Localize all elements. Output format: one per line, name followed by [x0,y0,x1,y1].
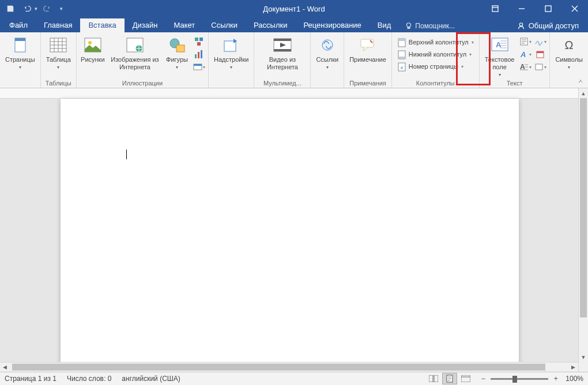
pages-button[interactable]: Страницы▾ [2,33,39,71]
group-illustrations: Рисунки Изображения из Интернета Фигуры▾… [77,32,209,88]
group-label: Текст [481,79,548,88]
page-number-button[interactable]: #Номер страницы▾ [395,61,476,72]
wordart-button[interactable]: A▾ [519,48,532,60]
word-count[interactable]: Число слов: 0 [67,375,111,383]
save-button[interactable] [2,1,18,17]
group-addins: Надстройки▾ [209,32,254,88]
pictures-button[interactable]: Рисунки [78,33,107,63]
language-status[interactable]: английский (США) [122,375,180,383]
dropcap-button[interactable]: A▾ [519,61,532,73]
ribbon-tab-bar: Файл Главная Вставка Дизайн Макет Ссылки… [0,17,588,32]
addins-button[interactable]: Надстройки▾ [210,33,252,71]
shapes-icon [168,36,186,54]
tab-file[interactable]: Файл [1,18,36,32]
ribbon-display-button[interactable] [482,0,508,17]
tab-review[interactable]: Рецензирование [295,18,369,32]
chart-button[interactable] [193,48,205,60]
table-button[interactable]: Таблица▾ [43,33,74,71]
redo-button[interactable] [39,1,55,17]
page-status[interactable]: Страница 1 из 1 [5,375,56,383]
scroll-left-icon[interactable]: ◀ [0,362,10,372]
document-page[interactable] [61,99,519,372]
group-label: Колонтитулы [394,79,477,88]
print-layout-button[interactable] [442,373,457,384]
svg-rect-18 [201,50,202,58]
collapse-ribbon-icon[interactable]: ㅅ [575,76,586,87]
datetime-button[interactable] [534,48,546,60]
hscroll-thumb[interactable] [12,364,545,371]
links-button[interactable]: Ссылки▾ [312,33,342,71]
zoom-in-button[interactable]: + [552,375,560,383]
undo-button[interactable] [20,1,36,17]
svg-rect-15 [197,42,201,46]
group-label: Мультимед... [256,79,308,88]
svg-rect-26 [361,39,374,47]
tab-references[interactable]: Ссылки [203,18,246,32]
tab-design[interactable]: Дизайн [125,18,166,32]
table-icon [49,36,67,54]
group-comments: Примечание Примечания [344,32,392,88]
online-video-button[interactable]: Видео из Интернета [256,33,308,71]
online-pictures-button[interactable]: Изображения из Интернета [107,33,163,71]
svg-rect-45 [461,375,470,382]
close-button[interactable] [561,0,588,17]
title-bar: ▾ ▾ Документ1 - Word [0,0,588,17]
tell-me-search[interactable]: Помощник... [399,20,461,32]
header-button[interactable]: Верхний колонтитул▾ [395,37,476,48]
online-pictures-icon [126,36,144,54]
screenshot-button[interactable]: ▾ [193,61,205,73]
tab-layout[interactable]: Макет [165,18,203,32]
shapes-button[interactable]: Фигуры▾ [163,33,191,71]
svg-rect-24 [274,49,291,51]
undo-dropdown-icon[interactable]: ▾ [35,6,37,12]
svg-rect-20 [194,64,202,66]
quickparts-button[interactable]: ▾ [519,36,532,47]
tell-me-label: Помощник... [415,22,455,30]
textbox-button[interactable]: A Текстовое поле▾ [481,33,518,79]
share-button[interactable]: Общий доступ [509,19,587,32]
scroll-up-icon[interactable]: ▲ [579,88,588,98]
web-layout-button[interactable] [458,373,473,384]
group-links: Ссылки▾ [311,32,344,88]
horizontal-ruler[interactable] [0,88,588,99]
textbox-icon: A [491,36,509,54]
svg-rect-16 [195,54,197,58]
quick-access-toolbar: ▾ ▾ [0,1,69,17]
tab-view[interactable]: Вид [370,18,399,32]
read-mode-button[interactable] [426,373,441,384]
scroll-down-icon[interactable]: ▼ [579,352,588,362]
group-label [2,79,39,88]
smartart-button[interactable] [193,36,205,47]
group-label [312,79,342,88]
maximize-button[interactable] [535,0,561,17]
group-pages: Страницы▾ [0,32,41,88]
comment-button[interactable]: Примечание [346,33,390,63]
zoom-track[interactable] [491,378,548,380]
svg-rect-12 [176,45,184,52]
tab-home[interactable]: Главная [36,18,80,32]
svg-rect-23 [274,39,291,41]
qat-customize-icon[interactable]: ▾ [56,1,66,17]
header-icon [397,38,406,47]
vertical-scrollbar[interactable]: ▲ ▼ [578,88,588,372]
illustr-small-buttons: ▾ [191,33,206,73]
svg-rect-14 [199,38,203,41]
signature-button[interactable]: ▾ [534,36,546,47]
zoom-level[interactable]: 100% [566,375,583,383]
share-label: Общий доступ [529,21,579,30]
scroll-thumb[interactable] [580,98,587,317]
horizontal-scrollbar[interactable]: ◀ ▶ [0,362,578,372]
tab-insert[interactable]: Вставка [80,18,124,32]
tab-mailings[interactable]: Рассылки [246,18,295,32]
zoom-thumb[interactable] [512,376,517,383]
scroll-right-icon[interactable]: ▶ [568,362,578,372]
svg-point-8 [88,41,92,44]
group-media: Видео из Интернета Мультимед... [254,32,311,88]
footer-button[interactable]: Нижний колонтитул▾ [395,49,476,60]
symbols-button[interactable]: Ω Символы▾ [552,33,586,71]
zoom-out-button[interactable]: − [479,375,487,383]
footer-icon [397,50,406,59]
object-button[interactable]: ▾ [534,61,546,73]
svg-rect-13 [195,38,198,41]
minimize-button[interactable] [508,0,535,17]
